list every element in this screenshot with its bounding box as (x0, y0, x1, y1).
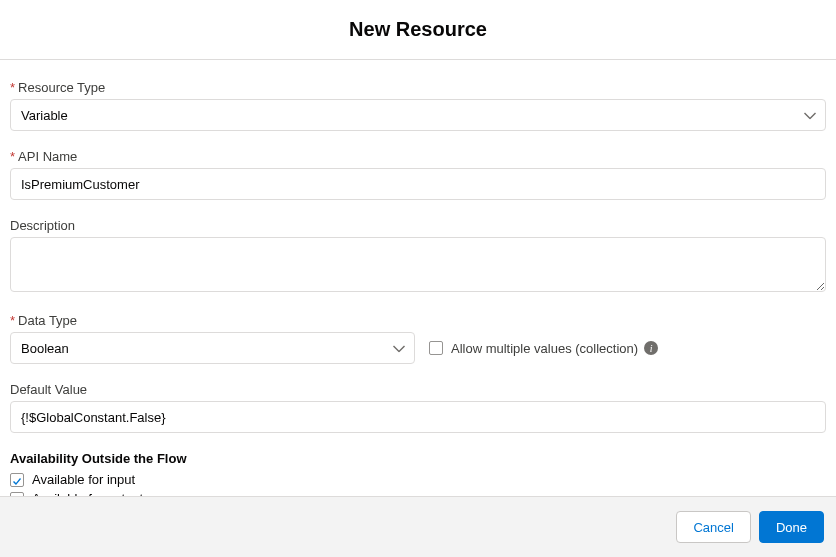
done-button[interactable]: Done (759, 511, 824, 543)
collection-checkbox[interactable] (429, 341, 443, 355)
available-for-input-row: Available for input (10, 472, 826, 487)
required-asterisk: * (10, 149, 15, 164)
description-label: Description (10, 218, 826, 233)
data-type-value: Boolean (21, 341, 69, 356)
description-textarea[interactable] (10, 237, 826, 292)
resource-type-group: *Resource Type Variable (10, 80, 826, 131)
data-type-select[interactable]: Boolean (10, 332, 415, 364)
data-type-select-control[interactable]: Boolean (10, 332, 415, 364)
api-name-group: *API Name (10, 149, 826, 200)
description-group: Description (10, 218, 826, 295)
default-value-input[interactable] (10, 401, 826, 433)
api-name-label-text: API Name (18, 149, 77, 164)
available-for-input-label: Available for input (32, 472, 135, 487)
info-icon[interactable]: i (644, 341, 658, 355)
resource-type-label-text: Resource Type (18, 80, 105, 95)
data-type-label: *Data Type (10, 313, 415, 328)
availability-section: Availability Outside the Flow Available … (10, 451, 826, 496)
collection-group: Allow multiple values (collection) i (429, 332, 658, 364)
resource-type-label: *Resource Type (10, 80, 826, 95)
collection-label-text: Allow multiple values (collection) (451, 341, 638, 356)
required-asterisk: * (10, 313, 15, 328)
api-name-input[interactable] (10, 168, 826, 200)
modal-header: New Resource (0, 0, 836, 59)
resource-type-value: Variable (21, 108, 68, 123)
resource-type-select-control[interactable]: Variable (10, 99, 826, 131)
collection-label: Allow multiple values (collection) i (451, 341, 658, 356)
required-asterisk: * (10, 80, 15, 95)
data-type-label-text: Data Type (18, 313, 77, 328)
resource-type-select[interactable]: Variable (10, 99, 826, 131)
cancel-button[interactable]: Cancel (676, 511, 750, 543)
modal-body: *Resource Type Variable *API Name Descri… (0, 60, 836, 496)
api-name-label: *API Name (10, 149, 826, 164)
data-type-group: *Data Type Boolean (10, 313, 415, 364)
page-title: New Resource (0, 18, 836, 41)
available-for-input-checkbox[interactable] (10, 473, 24, 487)
check-icon (12, 475, 22, 485)
data-type-row: *Data Type Boolean Allow multiple values… (10, 313, 826, 364)
modal-footer: Cancel Done (0, 496, 836, 557)
availability-title: Availability Outside the Flow (10, 451, 826, 466)
default-value-label: Default Value (10, 382, 826, 397)
default-value-group: Default Value (10, 382, 826, 433)
